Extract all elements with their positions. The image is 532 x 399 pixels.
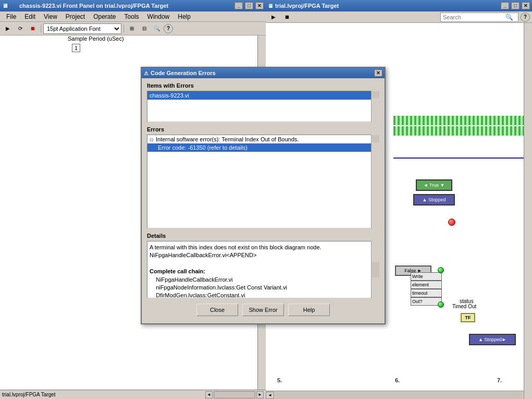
search-input[interactable] bbox=[443, 14, 505, 20]
details-box: A terminal with this index does not exis… bbox=[147, 241, 379, 298]
true-button-label: ◄ True ▼ bbox=[424, 183, 445, 188]
wire-blue bbox=[393, 158, 532, 159]
dialog-close-icon[interactable]: ✕ bbox=[374, 69, 382, 77]
error-item-parent[interactable]: ⊟ Internal software error(s): Terminal I… bbox=[147, 135, 379, 143]
stopped-label-1: ▲ Stopped bbox=[423, 197, 446, 202]
errors-listbox-container: ⊟ Internal software error(s): Terminal I… bbox=[147, 135, 379, 228]
window-icon: 🖥 bbox=[2, 3, 8, 9]
right-titlebar: 🖥 trial.lvproj/FPGA Target _ □ ✕ bbox=[266, 0, 532, 11]
details-scroll-thumb[interactable] bbox=[372, 262, 379, 277]
right-close-button[interactable]: ✕ bbox=[522, 2, 530, 9]
stopped-button-2[interactable]: ▲ Stopped► bbox=[469, 334, 516, 345]
toolbar: ▶ ⟳ ⏹ 15pt Application Font ⊞ ⊟ 🔍 ? bbox=[0, 22, 266, 35]
right-minimize-button[interactable]: _ bbox=[501, 2, 509, 9]
status-text-left: trial.lvproj/FPGA Target bbox=[2, 392, 205, 397]
right-maximize-button[interactable]: □ bbox=[511, 2, 519, 9]
maximize-button[interactable]: □ bbox=[245, 2, 253, 9]
search-icon[interactable]: 🔍 bbox=[505, 14, 513, 21]
dialog-buttons: Close Show Error Help bbox=[147, 304, 379, 319]
run-button[interactable]: ▶ bbox=[2, 23, 14, 34]
menu-help[interactable]: Help bbox=[174, 12, 195, 21]
code-generation-errors-dialog: ⚠ Code Generation Errors ✕ Items with Er… bbox=[141, 67, 386, 324]
node-element: element bbox=[411, 281, 442, 289]
stopped-label-2: ▲ Stopped► bbox=[478, 337, 506, 342]
errors-scrollbar[interactable] bbox=[371, 135, 379, 228]
sample-period-label: Sample Period (uSec) bbox=[68, 35, 124, 42]
dialog-icon: ⚠ bbox=[144, 70, 149, 76]
main-window-title: chassis-9223.vi Front Panel on trial.lvp… bbox=[10, 3, 233, 9]
menu-window[interactable]: Window bbox=[143, 12, 174, 21]
right-scrollbar[interactable] bbox=[524, 23, 532, 399]
green-indicator-1 bbox=[438, 267, 444, 273]
separator-1 bbox=[41, 25, 41, 33]
timed-out-label: Timed Out bbox=[452, 304, 476, 309]
sample-period-value[interactable]: 1 bbox=[72, 44, 80, 52]
close-button[interactable]: Close bbox=[196, 304, 238, 316]
details-scrollbar[interactable] bbox=[371, 241, 379, 298]
distribute-button[interactable]: ⊟ bbox=[139, 23, 150, 34]
separator-2 bbox=[123, 25, 124, 33]
main-titlebar: 🖥 chassis-9223.vi Front Panel on trial.l… bbox=[0, 0, 266, 11]
zoom-button[interactable]: 🔍 bbox=[151, 23, 163, 34]
scroll-thumb-h[interactable] bbox=[275, 392, 523, 399]
scroll-nav-right[interactable]: ► bbox=[256, 391, 264, 398]
font-selector[interactable]: 15pt Application Font bbox=[43, 23, 121, 34]
true-button[interactable]: ◄ True ▼ bbox=[416, 179, 452, 191]
error-item-child[interactable]: Error code: -61350 (refer to details) bbox=[147, 143, 379, 152]
scroll-nav: ◄ ► bbox=[205, 391, 264, 398]
menu-file[interactable]: File bbox=[2, 12, 20, 21]
right-stop-button[interactable]: ⏹ bbox=[281, 12, 293, 22]
errors-listbox[interactable]: ⊟ Internal software error(s): Terminal I… bbox=[147, 135, 379, 228]
details-line-1: A terminal with this index does not exis… bbox=[150, 244, 377, 251]
node-timeout: timeout bbox=[411, 289, 442, 297]
dialog-titlebar: ⚠ Code Generation Errors ✕ bbox=[142, 68, 385, 78]
items-listbox[interactable]: chassis-9223.vi bbox=[147, 91, 379, 122]
right-run-button[interactable]: ▶ bbox=[268, 12, 279, 22]
node-write: Write bbox=[411, 272, 442, 281]
items-listbox-item-0[interactable]: chassis-9223.vi bbox=[147, 91, 379, 100]
number-7: 7. bbox=[497, 377, 502, 383]
search-container: 🔍 bbox=[440, 13, 518, 22]
items-scroll-thumb[interactable] bbox=[372, 91, 379, 99]
expand-icon: ⊟ bbox=[150, 137, 154, 142]
details-container: A terminal with this index does not exis… bbox=[147, 241, 379, 298]
items-scrollbar[interactable] bbox=[371, 91, 379, 122]
menu-operate[interactable]: Operate bbox=[89, 12, 120, 21]
tf-label: TF bbox=[465, 315, 471, 320]
scroll-nav-left[interactable]: ◄ bbox=[205, 391, 213, 398]
menu-project[interactable]: Project bbox=[61, 12, 89, 21]
help-button[interactable]: Help bbox=[288, 304, 330, 316]
show-error-button[interactable]: Show Error bbox=[242, 304, 284, 316]
scroll-left[interactable]: ◄ bbox=[266, 392, 274, 399]
dialog-title: Code Generation Errors bbox=[151, 70, 374, 76]
main-status-bar: trial.lvproj/FPGA Target ◄ ► bbox=[0, 390, 266, 399]
errors-scroll-thumb[interactable] bbox=[372, 135, 379, 142]
node-out: Out? bbox=[411, 297, 442, 306]
run-continuously-button[interactable]: ⟳ bbox=[15, 23, 26, 34]
details-section: Details A terminal with this index does … bbox=[147, 233, 379, 298]
help-button[interactable]: ? bbox=[164, 24, 173, 33]
green-wire-h2 bbox=[393, 126, 532, 136]
green-indicator-2 bbox=[438, 301, 444, 308]
details-line-3: Complete call chain: bbox=[150, 268, 377, 275]
scroll-nav-thumb[interactable] bbox=[214, 391, 255, 398]
close-button[interactable]: ✕ bbox=[255, 2, 264, 9]
details-line-6: DfirModGen.lvclass:GetConstant.vi bbox=[150, 292, 377, 298]
right-window-icon: 🖥 bbox=[268, 3, 273, 9]
right-help-btn[interactable]: ? bbox=[521, 13, 530, 22]
minimize-button[interactable]: _ bbox=[234, 2, 243, 9]
green-wire-h1 bbox=[393, 116, 532, 125]
menu-edit[interactable]: Edit bbox=[20, 12, 40, 21]
abort-button[interactable]: ⏹ bbox=[27, 23, 39, 34]
right-toolbar: ▶ ⏹ 🔍 ? bbox=[266, 11, 532, 23]
red-indicator bbox=[448, 219, 455, 226]
error-child-text: Error code: -61350 (refer to details) bbox=[158, 144, 248, 151]
align-button[interactable]: ⊞ bbox=[126, 23, 138, 34]
stopped-button-1[interactable]: ▲ Stopped bbox=[413, 194, 455, 205]
items-listbox-container: chassis-9223.vi bbox=[147, 91, 379, 122]
menu-tools[interactable]: Tools bbox=[120, 12, 143, 21]
items-errors-label: Items with Errors bbox=[147, 82, 379, 89]
diagram-scrollbar-h[interactable]: ◄ ► bbox=[266, 391, 532, 399]
right-window-title: trial.lvproj/FPGA Target bbox=[275, 3, 500, 9]
menu-view[interactable]: View bbox=[40, 12, 61, 21]
